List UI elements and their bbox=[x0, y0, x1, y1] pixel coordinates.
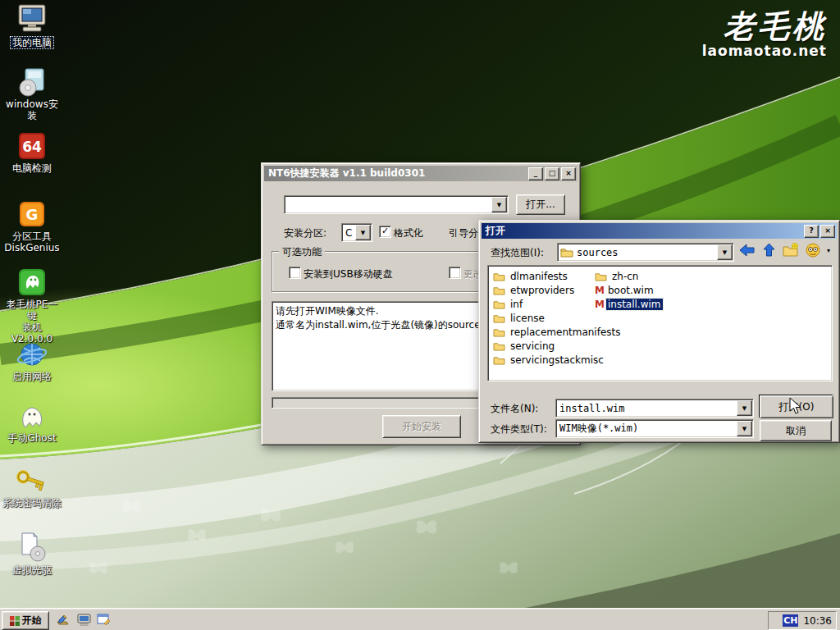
install-partition-value: C bbox=[342, 227, 354, 239]
list-item[interactable]: M boot.wim bbox=[595, 284, 655, 297]
install-partition-combobox[interactable]: C ▼ bbox=[341, 223, 372, 242]
quicklaunch-window-icon[interactable] bbox=[95, 612, 112, 628]
chevron-down-icon[interactable]: ▼ bbox=[355, 225, 371, 240]
language-indicator[interactable]: CH bbox=[783, 614, 798, 627]
chevron-down-icon[interactable]: ▾ bbox=[827, 247, 830, 254]
svg-text:G: G bbox=[26, 206, 39, 223]
pc-check-64-icon: 64 bbox=[17, 131, 47, 161]
desktop-icon-password-clear[interactable]: 系统密码清除 bbox=[0, 468, 64, 509]
wim-file-icon: M bbox=[595, 299, 603, 310]
browse-wim-button[interactable]: 打开... bbox=[516, 194, 565, 215]
network-globe-icon bbox=[16, 340, 48, 369]
folder-icon bbox=[595, 272, 607, 281]
quicklaunch-desktop-icon[interactable] bbox=[54, 612, 71, 628]
list-item[interactable]: license bbox=[493, 312, 546, 325]
list-item[interactable]: etwproviders bbox=[493, 284, 576, 297]
file-list[interactable]: dlmanifests etwproviders inf license rep… bbox=[487, 265, 833, 381]
up-folder-icon[interactable] bbox=[761, 243, 777, 258]
wim-path-combobox[interactable]: ▼ bbox=[284, 195, 509, 214]
open-dialog-titlebar[interactable]: 打开 ? × bbox=[482, 223, 837, 239]
install-partition-label: 安装分区: bbox=[284, 226, 326, 240]
folder-icon bbox=[493, 299, 505, 309]
list-item[interactable]: inf bbox=[493, 298, 524, 311]
nt6-titlebar[interactable]: NT6快捷安装器 v1.1 build0301 _ □ × bbox=[264, 166, 578, 181]
new-folder-icon[interactable] bbox=[783, 243, 799, 258]
taskbar: 开始 CH bbox=[0, 608, 840, 630]
pe-installer-icon bbox=[17, 267, 47, 297]
desktop-icon-label: 分区工具 DiskGenius bbox=[2, 231, 61, 253]
show-desktop-icon bbox=[56, 614, 70, 627]
check-icon: ✓ bbox=[381, 226, 389, 236]
chevron-down-icon[interactable]: ▼ bbox=[491, 197, 507, 212]
list-item[interactable]: replacementmanifests bbox=[493, 326, 623, 339]
start-logo-icon bbox=[10, 616, 20, 626]
close-button[interactable]: × bbox=[820, 225, 835, 238]
file-name-label: 文件名(N): bbox=[491, 402, 538, 416]
desktop-icon-pc-check[interactable]: 64 电脑检测 bbox=[0, 131, 64, 174]
chevron-down-icon[interactable]: ▼ bbox=[717, 244, 733, 260]
folder-icon bbox=[493, 327, 505, 337]
file-type-value: WIM映像(*.wim) bbox=[556, 422, 736, 436]
desktop-icon-windows-install[interactable]: windows安装 bbox=[0, 67, 64, 121]
minimize-button[interactable]: _ bbox=[528, 167, 543, 180]
help-button[interactable]: ? bbox=[804, 225, 819, 238]
file-type-label: 文件类型(T): bbox=[491, 422, 547, 436]
usb-install-checkbox[interactable] bbox=[289, 267, 301, 279]
desktop-icon-manual-ghost[interactable]: 手动Ghost bbox=[0, 403, 64, 444]
nt6-window-title: NT6快捷安装器 v1.1 build0301 bbox=[268, 167, 425, 180]
taskbar-clock[interactable]: 10:36 bbox=[803, 615, 832, 627]
desktop-icon-label: 电脑检测 bbox=[11, 162, 53, 174]
open-file-dialog: 打开 ? × 查找范围(I): sources ▼ bbox=[478, 220, 840, 443]
look-in-value: sources bbox=[573, 247, 716, 258]
format-checkbox[interactable]: ✓ bbox=[379, 226, 391, 238]
look-in-combobox[interactable]: sources ▼ bbox=[557, 243, 734, 262]
start-label: 开始 bbox=[22, 614, 42, 628]
install-disc-icon bbox=[16, 67, 48, 97]
desktop-icon-virtual-drive[interactable]: 虚拟光驱 bbox=[0, 532, 64, 576]
desktop-icon-laomaotao-pe[interactable]: 老毛桃PE一键 装机 V2.0.0.0 bbox=[0, 267, 64, 345]
desktop-icon-my-computer[interactable]: 我的电脑 bbox=[0, 3, 64, 49]
file-name-combobox[interactable]: install.wim ▼ bbox=[555, 399, 754, 418]
maximize-button[interactable]: □ bbox=[545, 167, 559, 180]
format-label: 格式化 bbox=[394, 226, 423, 240]
desktop-icon-label: 我的电脑 bbox=[10, 36, 54, 49]
mouse-cursor bbox=[789, 397, 802, 415]
back-icon[interactable] bbox=[738, 243, 756, 258]
folder-icon bbox=[493, 272, 505, 281]
desktop-icon-enable-network[interactable]: 启用网络 bbox=[0, 340, 64, 382]
chevron-down-icon[interactable]: ▼ bbox=[737, 400, 752, 416]
usb-install-label: 安装到USB移动硬盘 bbox=[304, 267, 393, 281]
options-group-label: 可选功能 bbox=[279, 245, 325, 259]
folder-icon bbox=[560, 247, 573, 258]
list-item[interactable]: servicingstackmisc bbox=[493, 354, 605, 367]
view-menu-icon[interactable] bbox=[805, 243, 821, 258]
screen: 老毛桃 laomaotao.net 我的电脑 windows安装 64 电脑检测 bbox=[0, 0, 840, 630]
brand-subtitle: laomaotao.net bbox=[702, 43, 827, 59]
list-item[interactable]: servicing bbox=[493, 340, 556, 353]
start-button[interactable]: 开始 bbox=[2, 611, 49, 630]
desktop-icon-diskgenius[interactable]: G 分区工具 DiskGenius bbox=[0, 199, 64, 253]
desktop-icon-label: 手动Ghost bbox=[6, 432, 57, 444]
ghost-icon bbox=[17, 403, 47, 431]
chevron-down-icon[interactable]: ▼ bbox=[737, 421, 752, 436]
diskgenius-icon: G bbox=[17, 199, 47, 229]
change-drive-checkbox[interactable] bbox=[449, 267, 461, 279]
start-install-button[interactable]: 开始安装 bbox=[382, 415, 461, 438]
desktop-icon-label: 启用网络 bbox=[11, 371, 53, 382]
my-computer-icon bbox=[16, 3, 48, 34]
cancel-button[interactable]: 取消 bbox=[760, 420, 832, 441]
window-edit-icon bbox=[97, 614, 111, 626]
desktop-icon-label: 老毛桃PE一键 装机 V2.0.0.0 bbox=[0, 299, 64, 345]
virtual-cd-icon bbox=[16, 532, 48, 563]
monitor-icon bbox=[77, 614, 91, 626]
file-type-combobox[interactable]: WIM映像(*.wim) ▼ bbox=[555, 419, 754, 438]
system-tray: CH 10:36 bbox=[768, 611, 837, 630]
wim-file-icon: M bbox=[595, 285, 603, 296]
list-item[interactable]: dlmanifests bbox=[493, 270, 569, 283]
list-item-selected[interactable]: M install.wim bbox=[595, 298, 663, 311]
folder-icon bbox=[493, 313, 505, 323]
list-item[interactable]: zh-cn bbox=[595, 270, 640, 283]
close-button[interactable]: × bbox=[561, 167, 576, 180]
desktop-icon-label: 系统密码清除 bbox=[1, 497, 63, 509]
quicklaunch-display-icon[interactable] bbox=[75, 612, 92, 628]
